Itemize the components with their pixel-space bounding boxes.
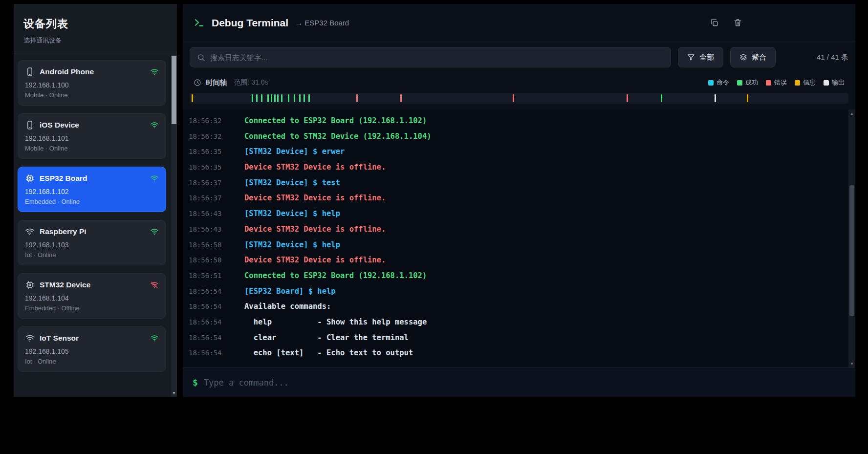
- command-input[interactable]: [204, 378, 846, 388]
- device-card-android-phone[interactable]: Android Phone 192.168.1.100 Mobile · Onl…: [18, 60, 166, 106]
- device-card-raspberry-pi[interactable]: Raspberry Pi 192.168.1.103 Iot · Online: [18, 220, 166, 265]
- legend-item: 命令: [708, 78, 729, 87]
- log-line: 18:56:35[STM32 Device] $ erwer: [183, 144, 855, 160]
- aggregate-label: 聚合: [752, 53, 766, 62]
- terminal-log[interactable]: 18:56:32Connected to ESP32 Board (192.16…: [183, 109, 855, 368]
- log-line: 18:56:35Device STM32 Device is offline.: [183, 160, 855, 175]
- layers-icon: [739, 53, 747, 61]
- log-message: Device STM32 Device is offline.: [244, 191, 386, 206]
- wifi-icon: [25, 227, 35, 237]
- timeline-tick: [274, 94, 276, 102]
- log-line: 18:56:32Connected to STM32 Device (192.1…: [183, 129, 855, 145]
- device-ip: 192.168.1.100: [25, 81, 159, 89]
- device-card-ios-device[interactable]: iOS Device 192.168.1.101 Mobile · Online: [18, 113, 166, 159]
- clock-icon: [194, 79, 201, 86]
- device-card-stm32-device[interactable]: STM32 Device 192.168.1.104 Embedded · Of…: [18, 273, 166, 319]
- scroll-down-icon[interactable]: ▼: [848, 360, 855, 368]
- log-line: 18:56:37Device STM32 Device is offline.: [183, 191, 855, 206]
- log-line: 18:56:37[STM32 Device] $ test: [183, 175, 855, 191]
- sidebar-header: 设备列表 选择通讯设备: [14, 4, 177, 53]
- log-message: Device STM32 Device is offline.: [244, 160, 386, 175]
- copy-button[interactable]: [706, 15, 722, 31]
- timeline-tick: [513, 94, 514, 102]
- timeline-range: 范围: 31.0s: [234, 78, 268, 87]
- scroll-up-icon[interactable]: ▲: [848, 109, 855, 117]
- log-message: [STM32 Device] $ help: [244, 206, 340, 222]
- legend-color-swatch: [766, 80, 771, 86]
- device-meta: Embedded · Offline: [25, 304, 159, 312]
- device-card-iot-sensor[interactable]: IoT Sensor 192.168.1.105 Iot · Online: [18, 326, 166, 372]
- search-input[interactable]: [210, 53, 664, 62]
- legend-item: 错误: [766, 78, 787, 87]
- legend-label: 信息: [803, 78, 816, 87]
- log-line: 18:56:54 echo [text] - Echo text to outp…: [183, 346, 855, 361]
- aggregate-button[interactable]: 聚合: [730, 47, 776, 67]
- log-message: Available commands:: [244, 299, 331, 315]
- timeline-tick: [252, 94, 253, 102]
- legend-label: 命令: [716, 78, 729, 87]
- filter-all-label: 全部: [699, 53, 714, 62]
- log-message: Device STM32 Device is offline.: [244, 253, 386, 268]
- log-timestamp: 18:56:51: [189, 268, 236, 284]
- device-card-esp32-board[interactable]: ESP32 Board 192.168.1.102 Embedded · Onl…: [18, 167, 166, 212]
- log-timestamp: 18:56:50: [189, 253, 236, 268]
- sidebar-title: 设备列表: [23, 17, 167, 31]
- log-timestamp: 18:56:54: [189, 299, 236, 315]
- scroll-down-icon[interactable]: ▼: [171, 389, 177, 397]
- wifi-offline-icon: [150, 281, 159, 289]
- timeline-label: 时间轴: [206, 78, 227, 87]
- log-message: [STM32 Device] $ help: [244, 238, 340, 253]
- main-panel: Debug Terminal → ESP32 Board: [183, 4, 855, 397]
- device-meta: Embedded · Online: [25, 198, 159, 205]
- timeline-tick: [715, 94, 716, 102]
- device-meta: Iot · Online: [25, 251, 159, 259]
- log-timestamp: 18:56:32: [189, 129, 236, 145]
- timeline-legend: 命令成功错误信息输出: [708, 78, 845, 87]
- sidebar-subtitle: 选择通讯设备: [23, 36, 167, 45]
- log-timestamp: 18:56:43: [189, 206, 236, 222]
- device-ip: 192.168.1.104: [25, 294, 159, 302]
- log-line: 18:56:51Connected to ESP32 Board (192.16…: [183, 268, 855, 284]
- terminal-scrollbar[interactable]: ▲ ▼: [848, 109, 855, 368]
- timeline-tick: [747, 94, 748, 102]
- log-timestamp: 18:56:35: [189, 160, 236, 175]
- trash-button[interactable]: [729, 15, 746, 31]
- log-line: 18:56:54 clear - Clear the terminal: [183, 330, 855, 346]
- timeline-bar[interactable]: [190, 93, 848, 104]
- log-message: [STM32 Device] $ test: [244, 175, 340, 191]
- log-timestamp: 18:56:32: [189, 113, 236, 129]
- timeline-tick: [271, 94, 272, 102]
- log-timestamp: 18:56:35: [189, 144, 236, 160]
- legend-color-swatch: [737, 80, 742, 86]
- device-ip: 192.168.1.105: [25, 347, 159, 355]
- timeline-section: 时间轴 范围: 31.0s 命令成功错误信息输出: [183, 73, 855, 109]
- device-meta: Mobile · Online: [25, 91, 159, 99]
- legend-item: 成功: [737, 78, 758, 87]
- filter-all-button[interactable]: 全部: [678, 47, 723, 67]
- terminal-scrollbar-thumb[interactable]: [849, 185, 854, 316]
- log-line: 18:56:50[STM32 Device] $ help: [183, 238, 855, 253]
- phone-icon: [25, 67, 35, 77]
- legend-color-swatch: [795, 80, 800, 86]
- timeline-tick: [661, 94, 662, 102]
- search-box[interactable]: [190, 47, 671, 67]
- log-line: 18:56:43Device STM32 Device is offline.: [183, 222, 855, 238]
- log-timestamp: 18:56:54: [189, 284, 236, 300]
- log-line: 18:56:54[ESP32 Board] $ help: [183, 284, 855, 300]
- log-timestamp: 18:56:43: [189, 222, 236, 238]
- terminal-prompt-icon: [194, 17, 205, 28]
- timeline-tick: [256, 94, 258, 102]
- legend-color-swatch: [824, 80, 829, 86]
- log-timestamp: 18:56:54: [189, 330, 236, 346]
- device-list: Android Phone 192.168.1.100 Mobile · Onl…: [14, 53, 177, 372]
- timeline-tick: [304, 94, 305, 102]
- log-line: 18:56:43[STM32 Device] $ help: [183, 206, 855, 222]
- sidebar-scrollbar[interactable]: ▼: [171, 55, 177, 397]
- wifi-online-icon: [150, 334, 159, 343]
- device-meta: Iot · Online: [25, 358, 159, 365]
- command-bar: $: [183, 368, 855, 397]
- log-message: help - Show this help message: [244, 315, 427, 330]
- wifi-online-icon: [150, 121, 159, 130]
- wifi-online-icon: [150, 174, 159, 183]
- sidebar-scrollbar-thumb[interactable]: [172, 56, 176, 124]
